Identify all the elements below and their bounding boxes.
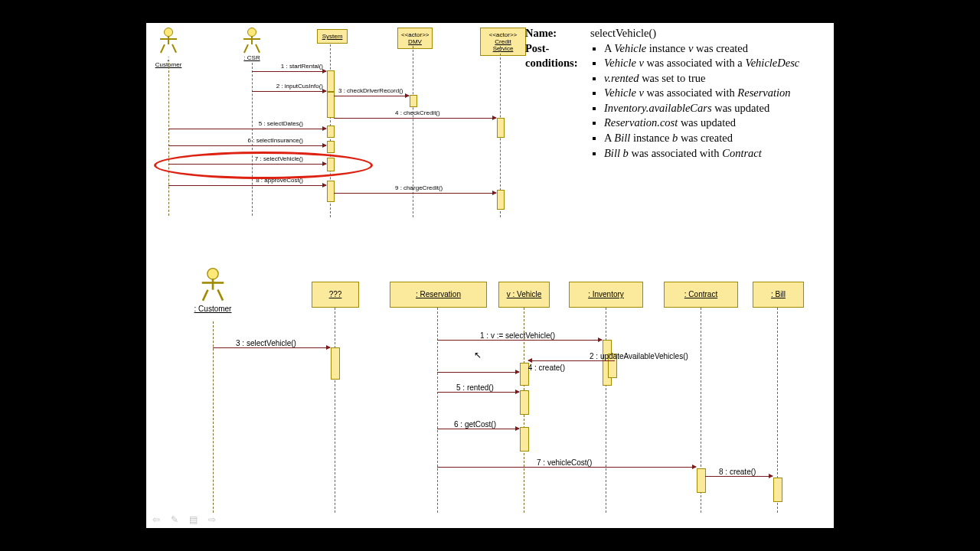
bmsg-5: 5 : rented() <box>437 392 519 393</box>
actor-csr-label: : CSR <box>238 54 266 61</box>
slide: : Customer : CSR System <<actor>> DMV <<… <box>146 23 834 528</box>
cursor-icon: ↖ <box>474 350 482 360</box>
participant-contract: : Contract <box>664 282 738 308</box>
pen-icon[interactable]: ✎ <box>171 514 178 525</box>
spec-postconditions: A Vehicle instance v was created Vehicle… <box>590 41 799 161</box>
activation <box>327 126 335 138</box>
activation <box>327 181 335 202</box>
activation <box>773 478 782 502</box>
participant-dmv: <<actor>> DMV <box>397 28 433 49</box>
lifeline <box>437 308 438 513</box>
msg-5: 5 : selectDates() <box>168 129 326 129</box>
lifeline <box>335 308 335 513</box>
spec-name-label: Name: <box>525 27 557 39</box>
spec-panel: Name: selectVehicle() Post-conditions: A… <box>525 26 831 161</box>
actor-csr: : CSR <box>238 28 266 61</box>
spec-name-value: selectVehicle() <box>590 26 656 41</box>
actor-customer-2: : Customer <box>194 268 232 313</box>
lifeline <box>413 46 413 217</box>
activation <box>331 347 340 380</box>
activation <box>697 468 706 493</box>
bmsg-8: 8 : create() <box>705 476 773 477</box>
activation <box>327 141 335 153</box>
participant-bill: : Bill <box>753 282 804 308</box>
msg-8: 8 : approveCost() <box>168 185 326 186</box>
msg-3: 3 : checkDriverRecord() <box>334 96 409 96</box>
participant-system: System <box>317 29 348 44</box>
msg-4: 4 : checkCredit() <box>334 118 496 119</box>
bmsg-2: 2 : updateAvailableVehicles() <box>528 360 615 361</box>
lifeline <box>606 308 606 513</box>
msg-9: 9 : chargeCredit() <box>334 193 496 194</box>
highlight-ellipse <box>154 152 373 179</box>
bmsg-1: 1 : v := selectVehicle() <box>437 340 602 341</box>
participant-vehicle: v : Vehicle <box>498 282 550 308</box>
bmsg-3: 3 : selectVehicle() <box>213 347 330 348</box>
activation <box>497 190 505 210</box>
prev-icon[interactable]: ⇦ <box>152 514 160 525</box>
msg-6: 6 : selectInsurance() <box>168 145 326 146</box>
participant-reservation: : Reservation <box>390 282 487 308</box>
spec-post-label: Post-conditions: <box>525 42 578 70</box>
next-icon[interactable]: ⇨ <box>208 514 216 525</box>
actor-customer-2-label: : Customer <box>194 305 232 313</box>
activation <box>410 95 417 107</box>
activation <box>327 70 335 92</box>
bmsg-7: 7 : vehicleCost() <box>437 467 696 468</box>
lifeline <box>168 63 169 216</box>
activation <box>520 427 529 452</box>
participant-unknown: ??? <box>312 282 359 308</box>
activation <box>520 390 529 415</box>
bmsg-6: 6 : getCost() <box>437 429 519 429</box>
msg-1: 1 : startRental() <box>252 71 326 72</box>
activation <box>497 118 505 138</box>
msg-2: 2 : inputCusInfo() <box>252 91 326 92</box>
slide-controls[interactable]: ⇦ ✎ ▤ ⇨ <box>152 514 216 525</box>
participant-credit: <<actor>> Credit Service <box>480 28 526 56</box>
menu-icon[interactable]: ▤ <box>189 514 198 525</box>
participant-inventory: : Inventory <box>569 282 643 308</box>
lifeline <box>213 321 214 513</box>
bmsg-4: 4 : create() <box>437 372 519 373</box>
